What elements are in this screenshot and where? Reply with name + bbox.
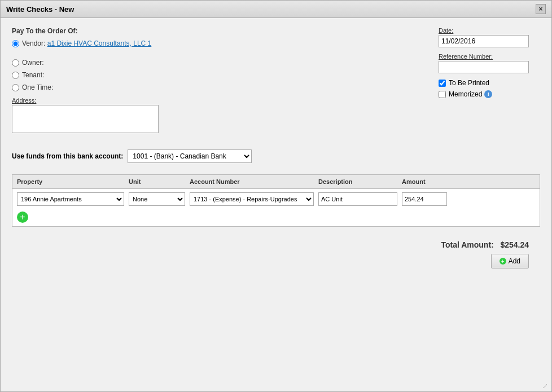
bank-account-select[interactable]: 1001 - (Bank) - Canadian Bank bbox=[128, 149, 252, 163]
add-button-icon: + bbox=[500, 258, 506, 265]
add-button-row: + Add bbox=[12, 254, 540, 278]
owner-radio[interactable] bbox=[12, 59, 19, 67]
pay-to-left: Pay To the Order Of: Vendor: a1 Dixie HV… bbox=[12, 27, 427, 144]
col-header-property: Property bbox=[17, 178, 124, 185]
col-header-unit: Unit bbox=[129, 178, 185, 185]
vendor-radio[interactable] bbox=[12, 40, 19, 47]
one-time-radio[interactable] bbox=[12, 84, 19, 91]
pay-to-right: Date: Reference Number: To Be Printed Me… bbox=[427, 27, 540, 144]
memorized-checkbox[interactable] bbox=[439, 91, 446, 98]
memorized-label: Memorized bbox=[449, 90, 482, 98]
property-cell: 196 Annie Apartments bbox=[17, 192, 124, 206]
tenant-label: Tenant: bbox=[22, 71, 44, 79]
unit-cell: None bbox=[129, 192, 185, 206]
resize-handle[interactable]: ⟋ bbox=[1, 380, 551, 391]
date-input[interactable] bbox=[439, 35, 529, 47]
add-button-label: Add bbox=[509, 257, 520, 265]
amount-cell bbox=[402, 192, 447, 206]
to-be-printed-label: To Be Printed bbox=[449, 79, 489, 87]
vendor-row: Vendor: a1 Dixie HVAC Consultants, LLC 1 bbox=[12, 39, 427, 52]
window-content: Pay To the Order Of: Vendor: a1 Dixie HV… bbox=[1, 18, 551, 380]
window-title: Write Checks - New bbox=[6, 5, 74, 14]
date-group: Date: bbox=[439, 27, 540, 47]
address-label: Address: bbox=[12, 97, 427, 104]
to-be-printed-row: To Be Printed bbox=[439, 79, 540, 87]
description-cell bbox=[318, 192, 397, 206]
one-time-label: One Time: bbox=[22, 83, 53, 91]
add-button[interactable]: + Add bbox=[491, 254, 529, 268]
date-label: Date: bbox=[439, 27, 540, 34]
to-be-printed-checkbox[interactable] bbox=[439, 80, 446, 87]
add-row-section: + bbox=[12, 209, 540, 226]
address-textarea[interactable] bbox=[12, 105, 159, 133]
owner-option[interactable]: Owner: bbox=[12, 59, 427, 67]
account-cell: 1713 - (Expense) - Repairs-Upgrades bbox=[190, 192, 314, 206]
description-input[interactable] bbox=[318, 192, 397, 206]
pay-to-section: Pay To the Order Of: Vendor: a1 Dixie HV… bbox=[12, 27, 540, 144]
address-section: Address: bbox=[12, 97, 427, 135]
total-value: $254.24 bbox=[500, 240, 529, 249]
amount-input[interactable] bbox=[402, 192, 447, 206]
one-time-option[interactable]: One Time: bbox=[12, 83, 427, 91]
pay-to-label: Pay To the Order Of: bbox=[12, 27, 427, 35]
total-label: Total Amount: bbox=[441, 240, 493, 249]
close-button[interactable]: × bbox=[536, 4, 546, 14]
vendor-label: Vendor: bbox=[22, 39, 45, 47]
title-bar: Write Checks - New × bbox=[1, 1, 551, 18]
owner-label: Owner: bbox=[22, 59, 44, 67]
tenant-radio[interactable] bbox=[12, 72, 19, 79]
total-row: Total Amount: $254.24 bbox=[12, 236, 540, 254]
write-checks-window: Write Checks - New × Pay To the Order Of… bbox=[0, 0, 552, 392]
reference-group: Reference Number: bbox=[439, 53, 540, 73]
table-header: Property Unit Account Number Description… bbox=[12, 175, 540, 189]
reference-input[interactable] bbox=[439, 61, 529, 73]
vendor-radio-label[interactable]: Vendor: a1 Dixie HVAC Consultants, LLC 1 bbox=[12, 39, 151, 47]
tenant-option[interactable]: Tenant: bbox=[12, 71, 427, 79]
vendor-name-link[interactable]: a1 Dixie HVAC Consultants, LLC 1 bbox=[47, 39, 152, 47]
col-header-description: Description bbox=[318, 178, 397, 185]
checks-table: Property Unit Account Number Description… bbox=[12, 174, 540, 227]
memorized-row: Memorized i bbox=[439, 90, 540, 98]
col-header-account: Account Number bbox=[190, 178, 314, 185]
add-line-button[interactable]: + bbox=[17, 212, 28, 223]
table-row: 196 Annie Apartments None 1713 - (Expens… bbox=[12, 189, 540, 209]
col-header-amount: Amount bbox=[402, 178, 447, 185]
bank-account-label: Use funds from this bank account: bbox=[12, 152, 123, 160]
bank-account-row: Use funds from this bank account: 1001 -… bbox=[12, 149, 540, 163]
account-select[interactable]: 1713 - (Expense) - Repairs-Upgrades bbox=[190, 192, 314, 206]
unit-select[interactable]: None bbox=[129, 192, 185, 206]
property-select[interactable]: 196 Annie Apartments bbox=[17, 192, 124, 206]
memorized-info-icon[interactable]: i bbox=[484, 90, 492, 98]
reference-label: Reference Number: bbox=[439, 53, 540, 60]
